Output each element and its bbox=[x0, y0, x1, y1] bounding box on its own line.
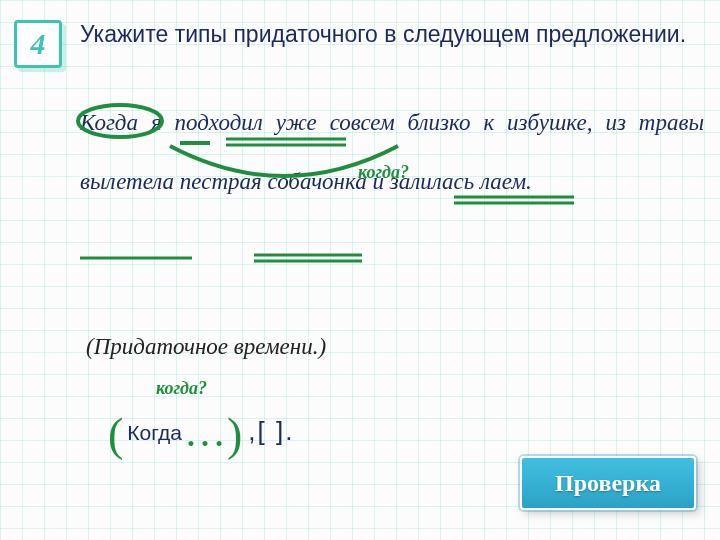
double-underline-zalilas bbox=[254, 252, 362, 264]
task-prompt: Укажите типы придаточного в следующем пр… bbox=[80, 20, 704, 49]
question-label-scheme: когда? bbox=[156, 378, 207, 399]
scheme-open-paren: ( bbox=[108, 412, 123, 458]
scheme-conjunction: Когда bbox=[127, 421, 182, 445]
example-sentence: Когда я подходил уже совсем близко к изб… bbox=[80, 94, 704, 211]
task-number-badge: 4 bbox=[14, 20, 62, 68]
question-label-main: когда? bbox=[358, 162, 409, 183]
task-number: 4 bbox=[31, 27, 46, 61]
answer-text: (Придаточное времени.) bbox=[86, 334, 326, 360]
underline-sobachonka bbox=[80, 255, 192, 261]
check-button-label: Проверка bbox=[555, 470, 661, 497]
sentence-scheme: ( Когда … ) ,[ ] . bbox=[108, 402, 292, 456]
scheme-ellipsis: … bbox=[184, 411, 227, 453]
scheme-period: . bbox=[285, 416, 292, 447]
scheme-main-clause: ,[ ] bbox=[248, 416, 285, 447]
slide: 4 Укажите типы придаточного в следующем … bbox=[0, 0, 720, 540]
scheme-close-paren: ) bbox=[227, 412, 242, 458]
check-button[interactable]: Проверка bbox=[520, 456, 696, 510]
